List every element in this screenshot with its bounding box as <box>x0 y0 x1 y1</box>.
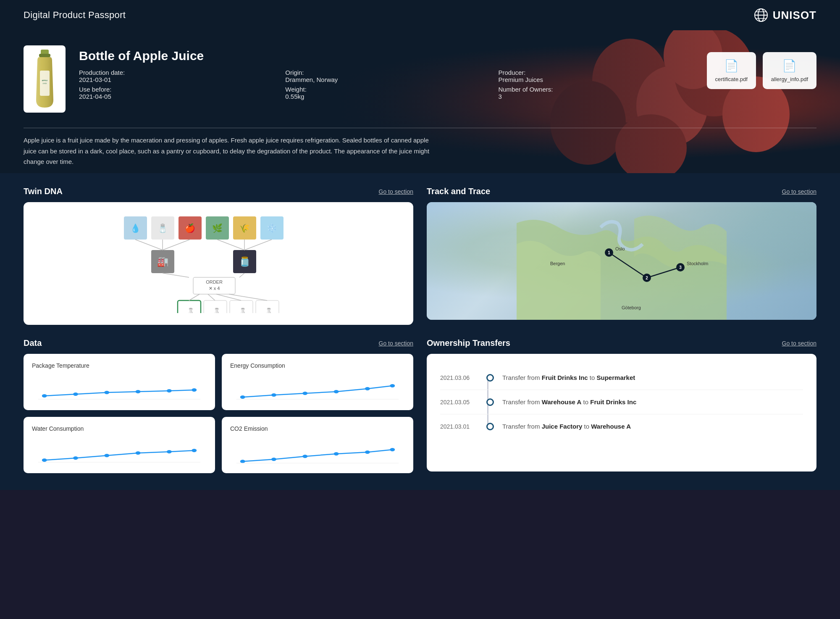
svg-point-94 <box>302 455 307 458</box>
svg-point-81 <box>334 390 339 393</box>
product-info: Bottle of Apple Juice Production date: 2… <box>79 45 693 100</box>
svg-text:🌾: 🌾 <box>239 223 250 233</box>
svg-text:🍶: 🍶 <box>210 307 221 313</box>
logo-area: UNISOT <box>753 8 816 23</box>
documents-area: 📄 certificate.pdf 📄 allergy_info.pdf <box>707 52 817 89</box>
transfer-date-2: 2021.03.05 <box>440 399 478 406</box>
ownership-header: Ownership Transfers Go to section <box>427 338 816 348</box>
svg-text:🧂: 🧂 <box>158 223 168 233</box>
svg-text:💧: 💧 <box>130 223 141 233</box>
co2-emission-title: CO2 Emission <box>230 425 405 432</box>
twin-dna-graph: 💧 🧂 🍎 🌿 🌾 ❄️ <box>34 212 403 313</box>
svg-text:🍶: 🍶 <box>184 307 195 313</box>
doc-allergy-label: allergy_info.pdf <box>771 76 808 82</box>
transfer-text-1: Transfer from Fruit Drinks Inc to Superm… <box>502 373 635 382</box>
data-header: Data Go to section <box>24 338 413 348</box>
package-temp-title: Package Temperature <box>32 362 207 369</box>
product-title: Bottle of Apple Juice <box>79 49 693 63</box>
svg-text:Bergen: Bergen <box>550 261 565 266</box>
product-image: APPLE JUICE <box>24 45 66 113</box>
svg-text:🌿: 🌿 <box>212 223 223 233</box>
water-consumption-title: Water Consumption <box>32 425 207 432</box>
svg-line-54 <box>239 273 244 277</box>
svg-point-80 <box>302 392 307 395</box>
twin-dna-card: 💧 🧂 🍎 🌿 🌾 ❄️ <box>24 202 413 325</box>
co2-emission-card: CO2 Emission <box>222 417 413 473</box>
ownership-card: 2021.03.06 Transfer from Fruit Drinks In… <box>427 354 816 471</box>
track-trace-panel: Track and Trace Go to section <box>427 187 816 325</box>
data-charts-grid: Package Temperature <box>24 354 413 473</box>
track-trace-title: Track and Trace <box>427 187 490 196</box>
track-trace-card: 1 Oslo 2 3 Stockholm Bergen Göteborg <box>427 202 816 320</box>
doc-certificate[interactable]: 📄 certificate.pdf <box>707 52 756 89</box>
svg-point-93 <box>271 458 276 461</box>
water-consumption-chart <box>32 437 207 466</box>
svg-text:ORDER: ORDER <box>206 279 223 284</box>
top-navigation: Digital Product Passport UNISOT <box>0 0 840 30</box>
transfer-text-3: Transfer from Juice Factory to Warehouse… <box>502 422 631 431</box>
transfer-date-3: 2021.03.01 <box>440 423 478 430</box>
energy-consumption-title: Energy Consumption <box>230 362 405 369</box>
energy-consumption-card: Energy Consumption <box>222 354 413 410</box>
svg-text:2: 2 <box>646 276 648 280</box>
hero-section: APPLE JUICE Bottle of Apple Juice Produc… <box>0 30 840 173</box>
ownership-go-to[interactable]: Go to section <box>782 340 817 347</box>
svg-point-85 <box>42 458 47 462</box>
svg-line-49 <box>163 240 190 250</box>
owners: Number of Owners: 3 <box>498 86 693 100</box>
transfer-item: 2021.03.05 Transfer from Warehouse A to … <box>440 390 803 414</box>
product-description: Apple juice is a fruit juice made by the… <box>0 128 462 173</box>
svg-line-58 <box>229 294 267 300</box>
svg-text:🍎: 🍎 <box>185 223 195 233</box>
transfer-dot-1 <box>486 374 494 382</box>
twin-dna-panel: Twin DNA Go to section 💧 🧂 🍎 <box>24 187 413 325</box>
svg-text:❄️: ❄️ <box>267 223 277 233</box>
product-meta: Production date: 2021-03-01 Origin: Dram… <box>79 69 693 100</box>
svg-text:🍶: 🍶 <box>236 307 247 313</box>
twin-dna-go-to[interactable]: Go to section <box>379 188 414 195</box>
svg-line-55 <box>189 294 200 300</box>
data-title: Data <box>24 338 42 348</box>
weight: Weight: 0.55kg <box>285 86 478 100</box>
svg-text:1: 1 <box>608 250 610 255</box>
svg-point-72 <box>73 392 78 396</box>
svg-text:3: 3 <box>679 265 682 270</box>
svg-point-89 <box>167 450 172 453</box>
svg-text:JUICE: JUICE <box>42 83 47 84</box>
twin-dna-title: Twin DNA <box>24 187 63 196</box>
svg-point-75 <box>167 389 172 392</box>
bottle-icon: APPLE JUICE <box>33 50 56 108</box>
track-trace-go-to[interactable]: Go to section <box>782 188 817 195</box>
svg-text:Oslo: Oslo <box>615 246 625 251</box>
svg-line-56 <box>208 294 215 300</box>
package-temp-chart <box>32 374 207 403</box>
main-content: Twin DNA Go to section 💧 🧂 🍎 <box>0 173 840 490</box>
twin-dna-header: Twin DNA Go to section <box>24 187 413 196</box>
doc-certificate-label: certificate.pdf <box>715 76 748 82</box>
svg-text:APPLE: APPLE <box>42 79 47 82</box>
svg-point-92 <box>240 460 245 463</box>
svg-point-73 <box>104 391 109 394</box>
data-panel: Data Go to section Package Temperature <box>24 338 413 473</box>
svg-point-86 <box>73 456 78 460</box>
svg-point-78 <box>240 395 245 399</box>
app-title: Digital Product Passport <box>24 10 126 21</box>
svg-text:Göteborg: Göteborg <box>622 305 641 310</box>
transfer-item: 2021.03.01 Transfer from Juice Factory t… <box>440 414 803 438</box>
document-icon-2: 📄 <box>782 59 797 73</box>
producer: Producer: Premium Juices <box>498 69 693 83</box>
svg-line-51 <box>217 240 244 250</box>
doc-allergy[interactable]: 📄 allergy_info.pdf <box>763 52 816 89</box>
transfer-dot-3 <box>486 423 494 430</box>
svg-line-48 <box>135 240 163 250</box>
package-temp-card: Package Temperature <box>24 354 215 410</box>
svg-line-52 <box>244 240 272 250</box>
svg-point-88 <box>136 451 141 455</box>
use-before: Use before: 2021-04-05 <box>79 86 265 100</box>
svg-point-71 <box>42 394 47 398</box>
svg-point-97 <box>390 448 395 451</box>
data-go-to[interactable]: Go to section <box>379 340 414 347</box>
svg-point-76 <box>192 388 197 392</box>
svg-point-96 <box>365 450 370 454</box>
svg-rect-16 <box>39 54 50 57</box>
